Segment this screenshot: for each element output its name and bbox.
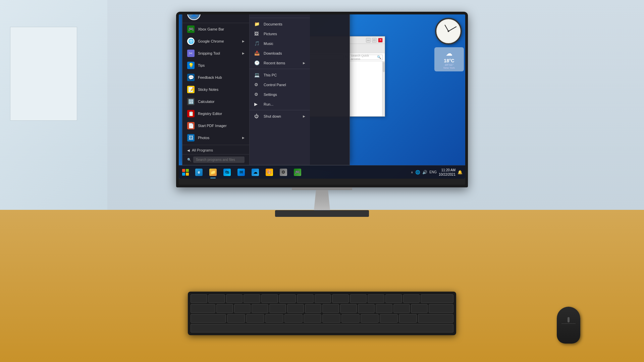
taskbar-paint[interactable]: 🎨	[263, 166, 276, 179]
key[interactable]	[191, 304, 215, 313]
window-controls[interactable]: — □ ✕	[366, 38, 383, 43]
right-music[interactable]: 🎵 Music	[250, 39, 310, 48]
start-item-registry[interactable]: 📋 Registry Editor	[182, 108, 249, 120]
key[interactable]	[322, 314, 340, 323]
start-item-xbox[interactable]: 🎮 Xbox Game Bar	[182, 23, 249, 35]
right-settings[interactable]: ⚙ Settings	[250, 89, 310, 99]
key[interactable]	[361, 314, 379, 323]
taskbar-edge[interactable]: e	[192, 166, 206, 179]
downloads-label: Downloads	[264, 51, 282, 55]
key[interactable]	[227, 314, 245, 323]
taskbar-mail[interactable]: ✉	[234, 166, 248, 179]
snipping-label: Snipping Tool	[198, 51, 220, 55]
start-item-pdf[interactable]: 📄 Start PDF Imager	[182, 120, 249, 132]
key[interactable]	[385, 294, 402, 303]
right-controlpanel[interactable]: ⚙ Control Panel	[250, 80, 310, 89]
key[interactable]	[234, 304, 251, 313]
desktop[interactable]: ☁ 18°C 19°/11° New York 📁 File Explorer	[179, 14, 465, 179]
right-thispc[interactable]: 💻 This PC	[250, 70, 310, 80]
enter-key[interactable]	[418, 314, 453, 323]
key[interactable]	[297, 294, 314, 303]
scrollbar[interactable]	[382, 61, 385, 116]
key[interactable]	[411, 304, 428, 313]
key[interactable]	[261, 294, 278, 303]
search-box[interactable]: Search Quick access 🔍	[349, 55, 383, 60]
xbox-label: Xbox Game Bar	[198, 27, 224, 31]
search-input[interactable]	[193, 157, 245, 163]
taskbar-store[interactable]: 🛍	[220, 166, 234, 179]
key[interactable]	[246, 314, 264, 323]
start-item-snipping[interactable]: ✂ Snipping Tool ▶	[182, 47, 249, 59]
scrollbar-thumb[interactable]	[383, 62, 385, 72]
right-shutdown[interactable]: ⏻ Shut down ▶	[250, 111, 310, 121]
key[interactable]	[284, 314, 303, 323]
key[interactable]	[380, 314, 398, 323]
weather-city: New York	[436, 66, 462, 69]
key[interactable]	[304, 314, 322, 323]
key[interactable]	[393, 304, 410, 313]
close-button[interactable]: ✕	[378, 38, 383, 43]
key[interactable]	[429, 304, 453, 313]
all-programs-button[interactable]: ◀ All Programs	[182, 146, 249, 154]
key[interactable]	[315, 294, 331, 303]
key[interactable]	[340, 304, 357, 313]
search-icon[interactable]: 🔍	[377, 55, 381, 59]
arrow-icon: ▶	[242, 52, 245, 55]
start-item-feedback[interactable]: 💬 Feedback Hub	[182, 71, 249, 83]
key[interactable]	[244, 294, 260, 303]
right-run[interactable]: ▶ Run...	[250, 99, 310, 109]
tray-lang[interactable]: ENG	[429, 170, 437, 174]
right-documents[interactable]: 📁 Documents	[250, 19, 310, 29]
space-key[interactable]	[191, 324, 453, 333]
key[interactable]	[191, 314, 226, 323]
clock-tray[interactable]: 11:20 AM 10/22/2021	[439, 168, 455, 177]
taskbar-onedrive[interactable]: ☁	[249, 166, 262, 179]
key[interactable]	[350, 294, 367, 303]
right-user[interactable]: 👤 Sofia Wycislik-Wilson	[250, 14, 310, 17]
tray-chevron[interactable]: ∧	[411, 171, 413, 174]
taskbar-settings[interactable]: ⚙	[277, 166, 290, 179]
key[interactable]	[279, 294, 296, 303]
key[interactable]	[305, 304, 322, 313]
notifications-icon[interactable]: 🔔	[458, 170, 463, 175]
key[interactable]	[252, 304, 268, 313]
key[interactable]	[191, 294, 207, 303]
start-item-photos[interactable]: 🖼 Photos ▶	[182, 132, 249, 144]
key[interactable]	[287, 304, 304, 313]
start-button[interactable]	[179, 166, 192, 179]
shelf	[10, 27, 77, 121]
key[interactable]	[216, 304, 233, 313]
key[interactable]	[399, 314, 417, 323]
taskbar-explorer[interactable]: 📁	[206, 166, 220, 179]
start-item-sticky[interactable]: 📝 Sticky Notes	[182, 83, 249, 96]
right-downloads[interactable]: 📥 Downloads	[250, 48, 310, 58]
tray-volume[interactable]: 🔊	[422, 170, 427, 175]
monitor-stand-base	[275, 210, 369, 217]
right-recent[interactable]: 🕐 Recent items ▶	[250, 58, 310, 68]
start-user-section[interactable]: 👤	[182, 14, 249, 23]
key[interactable]	[341, 314, 360, 323]
tray-network[interactable]: 🌐	[415, 170, 420, 175]
key[interactable]	[332, 294, 349, 303]
start-item-calculator[interactable]: 🔢 Calculator	[182, 96, 249, 108]
key[interactable]	[322, 304, 339, 313]
onedrive-icon: ☁	[252, 169, 259, 176]
minimize-button[interactable]: —	[366, 38, 371, 43]
key[interactable]	[265, 314, 283, 323]
calculator-icon: 🔢	[187, 98, 195, 105]
key[interactable]	[368, 294, 384, 303]
start-item-tips[interactable]: 💡 Tips	[182, 59, 249, 71]
start-item-chrome[interactable]: 🌐 Google Chrome ▶	[182, 35, 249, 47]
key[interactable]	[358, 304, 375, 313]
right-pictures[interactable]: 🖼 Pictures	[250, 29, 310, 39]
key[interactable]	[421, 294, 453, 303]
maximize-button[interactable]: □	[372, 38, 377, 43]
key[interactable]	[376, 304, 392, 313]
taskbar-xbox[interactable]: 🎮	[291, 166, 304, 179]
key[interactable]	[226, 294, 243, 303]
key[interactable]	[269, 304, 286, 313]
key[interactable]	[403, 294, 420, 303]
key[interactable]	[208, 294, 225, 303]
edge-icon: e	[195, 169, 203, 176]
arrow-icon: ▶	[303, 115, 305, 118]
